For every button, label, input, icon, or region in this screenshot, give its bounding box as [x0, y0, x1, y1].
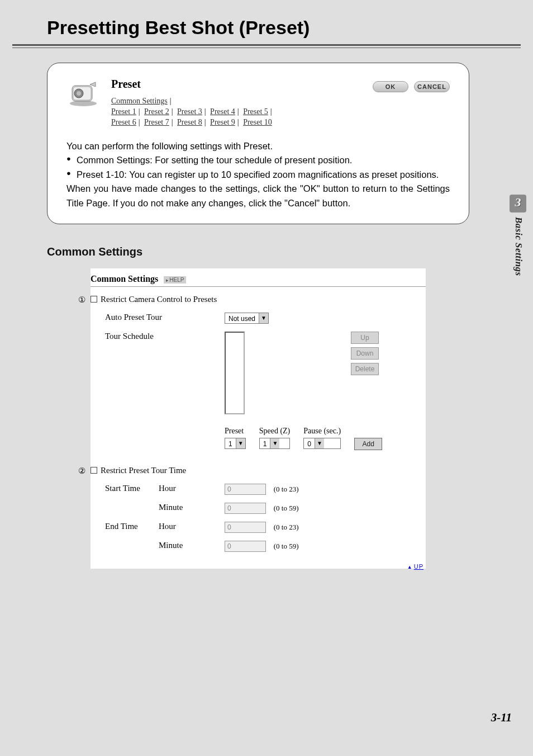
end-minute-input[interactable]: [225, 541, 266, 552]
chapter-tab: 3 Basic Settings: [510, 195, 527, 276]
end-time-label: End Time: [105, 522, 159, 531]
desc-bullet-2: Preset 1-10: You can register up to 10 s…: [66, 168, 450, 182]
common-settings-form: Common Settings HELP ① Restrict Camera C…: [91, 268, 426, 569]
hour-label: Hour: [159, 522, 176, 531]
delete-button[interactable]: Delete: [351, 363, 379, 375]
link-preset-10[interactable]: Preset 10: [243, 118, 272, 126]
minute-range: (0 to 59): [274, 542, 299, 550]
camera-icon: [66, 78, 101, 107]
restrict-control-label: Restrict Camera Control to Presets: [101, 295, 217, 304]
hour-label: Hour: [159, 484, 176, 493]
link-preset-6[interactable]: Preset 6: [111, 118, 136, 126]
link-preset-7[interactable]: Preset 7: [144, 118, 169, 126]
form-title: Common Settings: [91, 274, 158, 284]
auto-tour-value: Not used: [225, 313, 259, 323]
pause-select[interactable]: 0 ▼: [303, 438, 341, 449]
desc-outro: When you have made changes to the settin…: [66, 182, 450, 210]
marker-1: ①: [78, 295, 88, 305]
hour-range: (0 to 23): [274, 485, 299, 493]
minute-label: Minute: [159, 541, 183, 550]
desc-bullet-1: Common Settings: For setting the tour sc…: [66, 153, 450, 168]
link-preset-2[interactable]: Preset 2: [144, 107, 169, 116]
up-link[interactable]: UP: [407, 563, 423, 570]
link-common-settings[interactable]: Common Settings: [111, 97, 168, 105]
pause-value: 0: [304, 438, 315, 448]
preset-select[interactable]: 1 ▼: [225, 438, 246, 449]
divider: [12, 44, 521, 48]
chevron-down-icon: ▼: [259, 313, 268, 323]
link-preset-3[interactable]: Preset 3: [177, 107, 202, 116]
preset-value: 1: [225, 438, 236, 448]
chapter-title: Basic Settings: [513, 217, 524, 276]
end-hour-input[interactable]: [225, 522, 266, 533]
start-time-label: Start Time: [105, 484, 159, 493]
description: You can perform the following settings w…: [66, 139, 450, 211]
speed-param-label: Speed (Z): [259, 427, 291, 436]
down-button[interactable]: Down: [351, 347, 379, 360]
page-number: 3-11: [491, 711, 512, 725]
hour-range: (0 to 23): [274, 523, 299, 531]
pause-param-label: Pause (sec.): [303, 427, 341, 436]
panel-title: Preset: [111, 78, 373, 91]
ok-button[interactable]: OK: [373, 81, 408, 92]
up-button[interactable]: Up: [351, 332, 379, 344]
preset-param-label: Preset: [225, 427, 246, 436]
marker-2: ②: [78, 466, 88, 476]
minute-label: Minute: [159, 503, 183, 512]
svg-point-4: [77, 91, 81, 96]
auto-tour-select[interactable]: Not used ▼: [225, 313, 269, 324]
link-preset-8[interactable]: Preset 8: [177, 118, 202, 126]
page-title: Presetting Best Shot (Preset): [0, 0, 533, 44]
restrict-time-checkbox[interactable]: [91, 467, 97, 474]
start-minute-input[interactable]: [225, 503, 266, 514]
link-preset-1[interactable]: Preset 1: [111, 107, 136, 116]
link-preset-4[interactable]: Preset 4: [210, 107, 235, 116]
speed-select[interactable]: 1 ▼: [259, 438, 291, 449]
tour-schedule-listbox[interactable]: [225, 332, 245, 414]
chevron-down-icon: ▼: [270, 438, 279, 448]
minute-range: (0 to 59): [274, 504, 299, 512]
link-preset-9[interactable]: Preset 9: [210, 118, 235, 126]
desc-intro: You can perform the following settings w…: [66, 139, 450, 154]
auto-tour-label: Auto Preset Tour: [91, 313, 225, 322]
speed-value: 1: [260, 438, 270, 448]
preset-links: Common Settings| Preset 1| Preset 2| Pre…: [111, 96, 373, 128]
preset-panel: Preset Common Settings| Preset 1| Preset…: [47, 63, 469, 224]
section-heading: Common Settings: [47, 245, 469, 258]
tour-schedule-label: Tour Schedule: [91, 332, 225, 341]
cancel-button[interactable]: CANCEL: [414, 81, 450, 92]
restrict-time-label: Restrict Preset Tour Time: [101, 466, 186, 475]
chevron-down-icon: ▼: [236, 438, 245, 448]
add-button[interactable]: Add: [354, 438, 382, 450]
restrict-control-checkbox[interactable]: [91, 296, 97, 303]
link-preset-5[interactable]: Preset 5: [243, 107, 268, 116]
start-hour-input[interactable]: [225, 484, 266, 495]
help-button[interactable]: HELP: [164, 276, 186, 284]
chevron-down-icon: ▼: [315, 438, 324, 448]
chapter-number: 3: [510, 195, 526, 212]
